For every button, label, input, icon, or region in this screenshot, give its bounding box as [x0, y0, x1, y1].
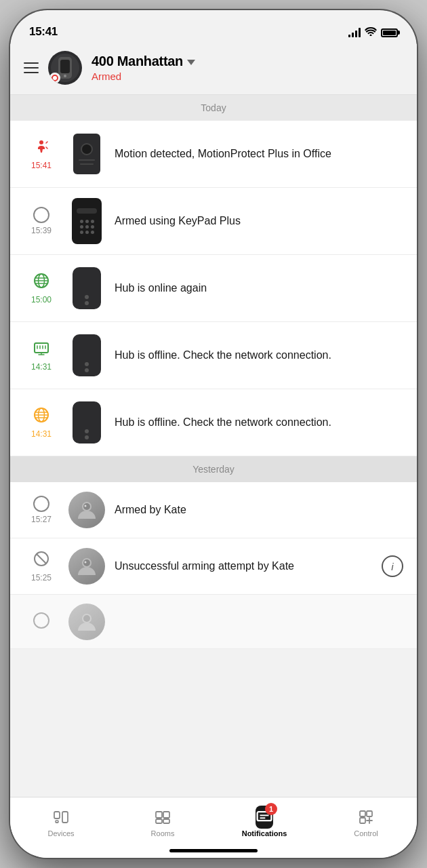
device-img-hub: [68, 264, 105, 312]
svg-rect-29: [156, 812, 162, 818]
notif-text: Hub is offline. Check the network connec…: [115, 415, 403, 430]
circle-icon: [33, 496, 49, 512]
notif-text: Unsuccessful arming attempt by Kate: [115, 559, 372, 574]
status-time: 15:41: [29, 25, 58, 39]
circle-icon: [33, 207, 49, 223]
device-img-motion: [68, 130, 105, 178]
globe-offline-icon: [33, 406, 50, 427]
notification-list[interactable]: Today 15:41: [10, 95, 417, 797]
notif-icon-col: 15:39: [24, 207, 59, 235]
device-img-keypad: [68, 197, 105, 245]
nav-label-control: Control: [354, 829, 378, 837]
notif-text: Hub is online again: [115, 281, 403, 296]
wifi-icon: [365, 26, 377, 39]
notif-icon-col: [24, 612, 59, 631]
motion-icon: [33, 138, 50, 158]
menu-button[interactable]: [24, 62, 39, 73]
notif-text: Hub is offline. Check the network connec…: [115, 348, 403, 363]
section-header-yesterday: Yesterday: [10, 456, 417, 482]
status-icons: [348, 26, 398, 39]
signal-icon: [348, 28, 361, 37]
svg-point-17: [85, 505, 87, 507]
section-label-today: Today: [201, 102, 226, 113]
chevron-down-icon: [187, 60, 195, 65]
control-icon: [357, 808, 375, 826]
home-indicator: [169, 849, 258, 852]
svg-rect-32: [163, 819, 169, 823]
status-bar: 15:41: [10, 10, 417, 44]
notif-time: 15:41: [31, 161, 52, 170]
svg-rect-9: [35, 343, 48, 353]
svg-rect-31: [156, 819, 162, 823]
nav-item-control[interactable]: Control: [315, 806, 417, 837]
notification-item[interactable]: 15:41 Motion detected, MotionProtect Plu…: [10, 121, 417, 188]
user-avatar: [68, 548, 105, 585]
svg-rect-27: [62, 812, 68, 823]
notif-time: 15:25: [31, 573, 52, 583]
phone-frame: 15:41: [10, 10, 417, 858]
notif-time: 15:39: [31, 226, 52, 235]
section-label-yesterday: Yesterday: [192, 464, 235, 475]
nav-label-devices: Devices: [47, 829, 74, 837]
notif-text: Motion detected, MotionProtect Plus in O…: [115, 146, 403, 161]
user-avatar: [68, 492, 105, 528]
notification-item[interactable]: 15:39 Armed using KeyPad Plus: [10, 188, 417, 255]
svg-point-24: [83, 615, 90, 622]
notif-icon-col: 15:00: [24, 272, 59, 304]
svg-line-19: [37, 554, 47, 564]
nav-label-rooms: Rooms: [151, 829, 175, 837]
notifications-icon: 1: [256, 808, 273, 826]
notification-item[interactable]: 15:25 Unsuccessful arming attempt by Kat…: [10, 538, 417, 595]
svg-point-16: [83, 503, 90, 510]
notification-item[interactable]: 15:27 Armed by Kate: [10, 482, 417, 538]
nav-item-rooms[interactable]: Rooms: [112, 806, 214, 837]
notif-icon-col: 14:31: [24, 339, 59, 372]
content-area: 400 Manhattan Armed Today: [10, 44, 417, 858]
svg-rect-25: [54, 812, 60, 818]
svg-point-22: [85, 561, 87, 564]
svg-rect-1: [60, 60, 70, 73]
ethernet-icon: [33, 339, 50, 359]
notif-icon-col: 15:25: [24, 550, 59, 583]
svg-rect-36: [360, 811, 365, 816]
notif-icon-col: 15:27: [24, 496, 59, 524]
notification-item[interactable]: [10, 595, 417, 649]
notif-time: 14:31: [31, 362, 52, 372]
app-header: 400 Manhattan Armed: [10, 44, 417, 95]
notif-time: 15:00: [31, 295, 52, 304]
svg-point-21: [83, 559, 90, 566]
battery-icon: [381, 28, 398, 37]
nav-item-devices[interactable]: Devices: [10, 806, 112, 837]
notification-badge: 1: [265, 803, 277, 815]
notif-time: 14:31: [31, 429, 52, 439]
notification-item[interactable]: 14:31 Hub is offline. Check the network …: [10, 322, 417, 389]
globe-icon: [33, 272, 50, 292]
devices-icon: [52, 808, 70, 826]
header-title-group: 400 Manhattan Armed: [92, 54, 403, 82]
rooms-icon: [154, 808, 171, 826]
notification-item[interactable]: 14:31 Hub is offline. Check the network …: [10, 389, 417, 456]
hub-status-indicator: [49, 73, 60, 83]
circle-icon: [33, 612, 49, 629]
device-img-hub-2: [68, 332, 105, 379]
info-button[interactable]: i: [382, 555, 403, 577]
notif-icon-col: 15:41: [24, 138, 59, 170]
notif-text: Armed using KeyPad Plus: [115, 214, 403, 229]
header-status: Armed: [92, 71, 403, 82]
header-location[interactable]: 400 Manhattan: [92, 54, 403, 69]
notif-text: Armed by Kate: [115, 502, 403, 517]
notification-item[interactable]: 15:00 Hub is online again: [10, 255, 417, 322]
location-text: 400 Manhattan: [92, 54, 183, 69]
section-header-today: Today: [10, 95, 417, 121]
notif-icon-col: 14:31: [24, 406, 59, 439]
nav-item-notifications[interactable]: 1 Notifications: [214, 806, 315, 837]
notif-time: 15:27: [31, 515, 52, 524]
svg-rect-30: [163, 812, 169, 818]
svg-point-2: [64, 75, 66, 77]
user-avatar: [68, 604, 105, 640]
svg-point-3: [39, 140, 43, 144]
ban-icon: [33, 550, 50, 570]
device-img-hub-3: [68, 399, 105, 446]
nav-label-notifications: Notifications: [242, 829, 287, 837]
svg-rect-40: [360, 818, 365, 823]
